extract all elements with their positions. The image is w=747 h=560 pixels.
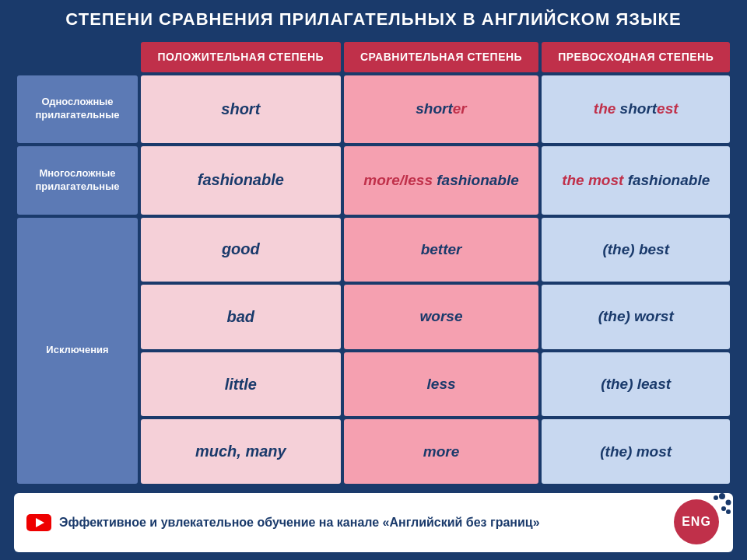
footer-bar: Эффективное и увлекательное обучение на … xyxy=(14,493,733,552)
cell-fashionable-positive: fashionable xyxy=(141,146,341,214)
svg-point-1 xyxy=(726,500,731,506)
row-label-multi-syllable: Многосложныеприлагательные xyxy=(17,146,138,214)
row-label-one-syllable: Односложныеприлагательные xyxy=(17,75,138,143)
cell-good-positive: good xyxy=(141,218,341,282)
cell-short-comparative: shorter xyxy=(344,75,539,143)
col-header-superlative: ПРЕВОСХОДНАЯ СТЕПЕНЬ xyxy=(542,42,730,72)
page-title: СТЕПЕНИ СРАВНЕНИЯ ПРИЛАГАТЕЛЬНЫХ В АНГЛИ… xyxy=(14,9,733,30)
eng-logo: ENG xyxy=(674,499,721,546)
svg-point-2 xyxy=(721,506,726,511)
col-header-comparative: СРАВНИТЕЛЬНАЯ СТЕПЕНЬ xyxy=(344,42,539,72)
table-row-multi-syllable: Многосложныеприлагательные fashionable m… xyxy=(17,146,730,214)
comparison-table: ПОЛОЖИТЕЛЬНАЯ СТЕПЕНЬ СРАВНИТЕЛЬНАЯ СТЕП… xyxy=(14,39,733,487)
col-header-0 xyxy=(17,42,138,72)
eng-circle: ENG xyxy=(674,499,719,544)
svg-point-0 xyxy=(719,493,725,499)
cell-little-superlative: (the) least xyxy=(542,352,730,417)
cell-bad-positive: bad xyxy=(141,285,341,349)
col-header-positive: ПОЛОЖИТЕЛЬНАЯ СТЕПЕНЬ xyxy=(141,42,341,72)
cell-much-superlative: (the) most xyxy=(542,419,730,484)
table-row-good: Исключения good better (the) best xyxy=(17,218,730,282)
cell-little-positive: little xyxy=(141,352,341,417)
svg-point-4 xyxy=(726,509,731,514)
cell-bad-comparative: worse xyxy=(344,285,539,349)
table-container: ПОЛОЖИТЕЛЬНАЯ СТЕПЕНЬ СРАВНИТЕЛЬНАЯ СТЕП… xyxy=(14,39,733,487)
cell-bad-superlative: (the) worst xyxy=(542,285,730,349)
table-row-one-syllable: Односложныеприлагательные short shorter … xyxy=(17,75,730,143)
cell-short-positive: short xyxy=(141,75,341,143)
cell-fashionable-comparative: more/less fashionable xyxy=(344,146,539,214)
cell-good-comparative: better xyxy=(344,218,539,282)
footer-content: Эффективное и увлекательное обучение на … xyxy=(26,514,540,531)
youtube-icon[interactable] xyxy=(26,514,51,531)
cell-much-comparative: more xyxy=(344,419,539,484)
cell-much-positive: much, many xyxy=(141,419,341,484)
footer-text: Эффективное и увлекательное обучение на … xyxy=(59,516,540,530)
cell-little-comparative: less xyxy=(344,352,539,417)
cell-short-superlative: the shortest xyxy=(542,75,730,143)
svg-point-3 xyxy=(714,495,718,500)
cell-fashionable-superlative: the most fashionable xyxy=(542,146,730,214)
page-wrapper: СТЕПЕНИ СРАВНЕНИЯ ПРИЛАГАТЕЛЬНЫХ В АНГЛИ… xyxy=(0,0,747,560)
eng-text: ENG xyxy=(682,515,711,529)
row-label-exceptions: Исключения xyxy=(17,218,138,484)
cell-good-superlative: (the) best xyxy=(542,218,730,282)
